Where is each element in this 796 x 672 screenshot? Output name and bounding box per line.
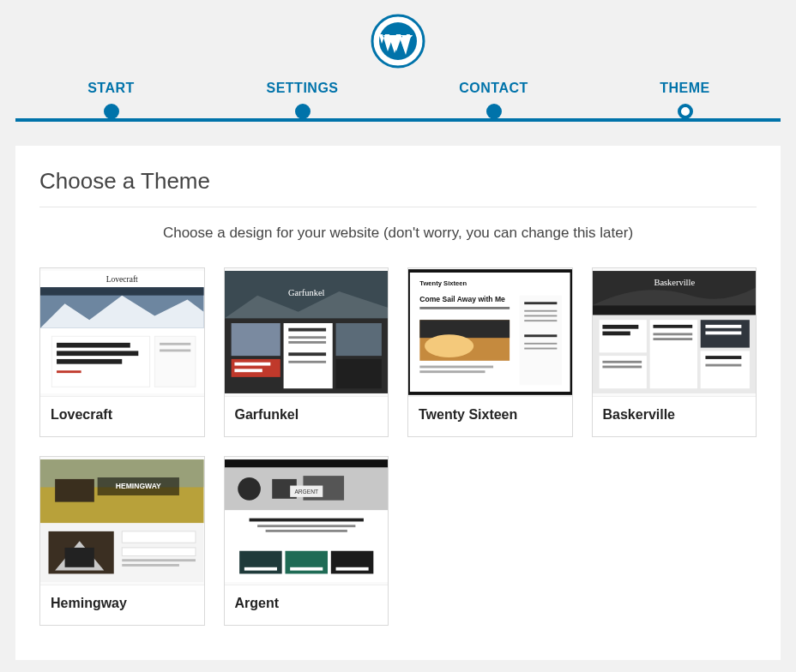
svg-text:Garfunkel: Garfunkel xyxy=(288,288,325,297)
wordpress-icon xyxy=(371,14,425,69)
theme-thumbnail: HEMINGWAY xyxy=(40,457,204,585)
svg-rect-97 xyxy=(290,567,323,571)
svg-text:ARGENT: ARGENT xyxy=(294,489,318,495)
svg-rect-22 xyxy=(234,369,262,372)
step-start[interactable]: START xyxy=(15,81,207,127)
theme-card-baskerville[interactable]: Baskerville xyxy=(592,267,757,437)
svg-rect-10 xyxy=(57,359,122,364)
setup-stepper: START SETTINGS CONTACT THEME xyxy=(15,81,781,127)
svg-rect-25 xyxy=(288,336,326,339)
step-contact[interactable]: CONTACT xyxy=(398,81,589,127)
page-title: Choose a Theme xyxy=(39,168,757,195)
svg-rect-11 xyxy=(57,370,81,373)
svg-rect-13 xyxy=(160,343,190,345)
step-settings[interactable]: SETTINGS xyxy=(207,81,398,127)
svg-rect-80 xyxy=(122,559,196,561)
svg-text:HEMINGWAY: HEMINGWAY xyxy=(116,482,161,490)
svg-rect-9 xyxy=(57,351,138,356)
svg-rect-24 xyxy=(288,328,326,332)
svg-rect-56 xyxy=(602,361,642,363)
svg-rect-78 xyxy=(122,531,196,543)
svg-rect-21 xyxy=(234,363,270,366)
step-dot xyxy=(295,104,311,119)
svg-rect-29 xyxy=(335,323,381,356)
svg-rect-47 xyxy=(524,348,557,350)
wordpress-logo xyxy=(0,9,796,81)
svg-rect-42 xyxy=(524,310,557,312)
svg-rect-44 xyxy=(524,320,557,321)
svg-rect-71 xyxy=(55,479,94,502)
theme-name: Lovecraft xyxy=(40,397,204,436)
svg-rect-90 xyxy=(249,519,363,522)
svg-rect-46 xyxy=(524,343,557,345)
svg-rect-43 xyxy=(524,315,557,316)
svg-rect-28 xyxy=(288,361,326,363)
svg-rect-60 xyxy=(653,333,692,335)
svg-rect-40 xyxy=(520,296,563,386)
svg-rect-83 xyxy=(225,459,389,468)
svg-rect-63 xyxy=(705,325,741,328)
svg-text:Baskerville: Baskerville xyxy=(654,278,695,287)
svg-text:Twenty Sixteen: Twenty Sixteen xyxy=(419,279,467,287)
svg-point-85 xyxy=(238,477,261,501)
step-dot xyxy=(678,104,693,119)
page-subtitle: Choose a design for your website (don't … xyxy=(39,225,757,242)
theme-card-lovecraft[interactable]: Lovecraft Lovecraft xyxy=(39,267,205,437)
svg-rect-61 xyxy=(653,338,692,340)
svg-rect-30 xyxy=(335,359,381,388)
svg-text:Lovecraft: Lovecraft xyxy=(106,275,138,284)
svg-rect-36 xyxy=(419,320,510,338)
theme-card-twentysixteen[interactable]: Twenty Sixteen Come Sail Away with Me xyxy=(407,267,573,437)
svg-rect-38 xyxy=(419,366,493,369)
svg-rect-58 xyxy=(649,320,696,388)
theme-name: Hemingway xyxy=(40,585,204,625)
svg-rect-91 xyxy=(257,525,355,527)
step-dot xyxy=(104,104,119,119)
theme-thumbnail: Lovecraft xyxy=(40,268,204,397)
svg-rect-20 xyxy=(231,359,280,377)
svg-rect-45 xyxy=(524,334,557,337)
svg-rect-19 xyxy=(231,323,280,356)
svg-rect-34 xyxy=(419,307,510,309)
svg-rect-64 xyxy=(705,332,741,335)
svg-rect-66 xyxy=(705,356,741,359)
step-theme[interactable]: THEME xyxy=(589,81,781,127)
theme-thumbnail: Garfunkel xyxy=(225,268,389,397)
theme-name: Twenty Sixteen xyxy=(408,397,572,436)
theme-thumbnail: Twenty Sixteen Come Sail Away with Me xyxy=(408,268,572,397)
step-dot xyxy=(486,104,502,119)
svg-rect-67 xyxy=(705,364,741,367)
svg-rect-98 xyxy=(335,567,368,571)
theme-name: Argent xyxy=(225,585,389,625)
svg-rect-54 xyxy=(602,332,630,336)
theme-thumbnail: Baskerville xyxy=(593,268,757,397)
svg-rect-92 xyxy=(265,530,347,532)
svg-rect-27 xyxy=(288,352,326,356)
content-panel: Choose a Theme Choose a design for your … xyxy=(15,146,781,660)
theme-card-hemingway[interactable]: HEMINGWAY Hemingway xyxy=(39,456,205,626)
svg-rect-39 xyxy=(419,370,485,373)
svg-rect-79 xyxy=(122,548,196,556)
svg-rect-41 xyxy=(524,302,557,304)
svg-rect-14 xyxy=(160,350,190,352)
svg-rect-6 xyxy=(40,287,204,296)
svg-rect-51 xyxy=(593,305,757,315)
svg-rect-52 xyxy=(599,320,646,352)
theme-name: Garfunkel xyxy=(225,397,389,436)
theme-card-garfunkel[interactable]: Garfunkel Garfun xyxy=(224,267,389,437)
theme-thumbnail: ARGENT xyxy=(225,457,389,585)
svg-text:Come Sail Away with Me: Come Sail Away with Me xyxy=(419,295,505,303)
svg-rect-59 xyxy=(653,325,692,328)
svg-rect-96 xyxy=(244,567,276,571)
svg-rect-26 xyxy=(288,341,326,344)
theme-card-argent[interactable]: ARGENT Argent xyxy=(224,456,389,626)
theme-grid: Lovecraft Lovecraft xyxy=(39,267,757,626)
svg-rect-55 xyxy=(599,356,646,388)
theme-name: Baskerville xyxy=(593,397,757,436)
svg-rect-81 xyxy=(122,564,179,567)
svg-rect-53 xyxy=(602,325,638,329)
svg-rect-77 xyxy=(65,548,94,567)
svg-point-37 xyxy=(425,334,473,357)
divider xyxy=(39,207,757,207)
svg-rect-8 xyxy=(57,343,130,348)
